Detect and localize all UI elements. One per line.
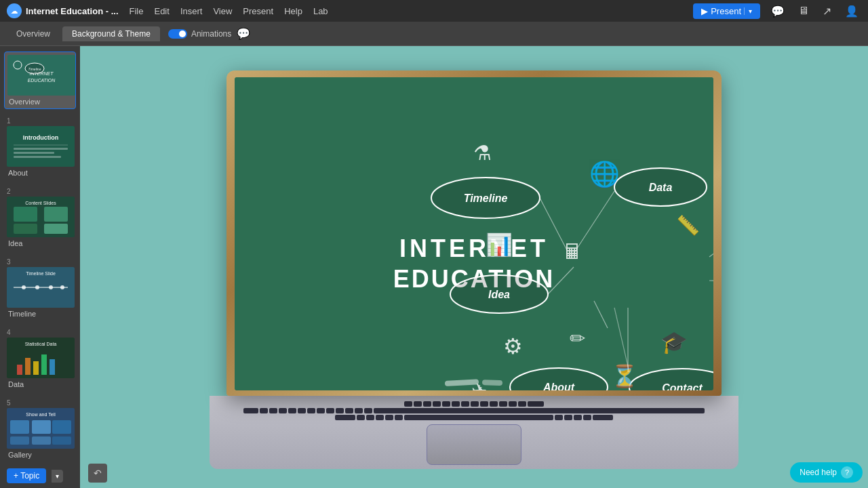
svg-rect-36 [52,420,71,434]
slide-label-idea: Idea [7,239,73,247]
slide-item-overview[interactable]: INTERNET EDUCATION Timeline Overview [4,52,76,109]
screen-button[interactable]: 🖥 [795,3,812,18]
slide-item-data[interactable]: 4 Statistical Data Data [4,326,76,391]
tab-animations[interactable]: Animations [168,29,231,39]
top-bar: ☁ Internet Education - ... File Edit Ins… [0,0,868,22]
svg-text:🎓: 🎓 [660,329,688,355]
svg-rect-91 [482,380,502,386]
svg-text:Content Slides: Content Slides [25,201,56,205]
svg-text:Show and Tell: Show and Tell [26,412,56,417]
svg-rect-11 [14,156,61,158]
svg-point-21 [22,285,26,289]
svg-text:Idea: Idea [488,289,510,300]
menu-edit[interactable]: Edit [154,6,169,16]
slide-item-timeline[interactable]: 3 Timeline Slide Timeline [4,256,76,321]
menu-view[interactable]: View [213,6,232,16]
svg-text:⚗: ⚗ [473,142,492,164]
slide-number-1: 1 [7,117,73,125]
animations-toggle-switch[interactable] [168,29,187,39]
slide-item-about[interactable]: 1 Introduction About [4,115,76,180]
svg-rect-35 [32,420,51,434]
menu-bar: File Edit Insert View Present Help Lab [130,6,683,16]
tab-background-theme[interactable]: Background & Theme [62,26,160,41]
comment-button[interactable]: 💬 [768,3,787,19]
svg-text:About: About [542,382,575,390]
menu-present[interactable]: Present [243,6,273,16]
slide-number-2: 2 [7,188,73,195]
svg-rect-37 [10,436,29,445]
svg-text:Timeline Slide: Timeline Slide [26,271,56,276]
tab-overview[interactable]: Overview [7,26,60,41]
slide-thumb-idea: Content Slides [7,197,75,237]
laptop-screen-outer: INTERNET EDUCATION Timeline Data Gallery [226,70,722,396]
slide-number-5: 5 [7,399,73,407]
keyboard-row-1 [404,401,544,407]
main-content: INTERNET EDUCATION Timeline Data Gallery [80,46,868,488]
need-help-label: Need help [800,468,837,477]
svg-text:🌐: 🌐 [589,159,620,188]
right-controls: ▶ Present ▾ 💬 🖥 ↗ 👤 [693,3,861,19]
svg-text:Timeline: Timeline [28,67,41,71]
svg-text:📊: 📊 [486,232,513,258]
need-help-button[interactable]: Need help ? [790,462,863,483]
bottom-bar: + Topic ▾ [0,464,80,488]
svg-rect-14 [14,207,37,222]
back-arrow-button[interactable]: ↶ [88,464,107,483]
svg-rect-29 [33,361,39,375]
chalkboard: INTERNET EDUCATION Timeline Data Gallery [235,77,713,390]
svg-rect-38 [32,436,51,445]
menu-insert[interactable]: Insert [180,6,203,16]
back-arrow-icon: ↶ [94,468,102,479]
add-topic-label: + Topic [14,471,39,481]
slide-label-overview: Overview [7,98,73,106]
svg-text:EDUCATION: EDUCATION [28,78,56,83]
svg-rect-10 [14,152,54,154]
svg-rect-15 [44,207,68,222]
menu-file[interactable]: File [130,6,144,16]
slide-thumb-data: Statistical Data [7,338,75,378]
add-topic-dropdown[interactable]: ▾ [52,470,63,483]
app-logo: ☁ Internet Education - ... [7,3,119,18]
svg-text:⚙: ⚙ [503,334,523,359]
present-button[interactable]: ▶ Present ▾ [693,3,760,19]
svg-rect-56 [235,77,713,390]
slide-thumb-timeline: Timeline Slide [7,267,75,308]
app-title: Internet Education - ... [26,6,119,16]
svg-rect-39 [52,436,71,445]
slide-label-about: About [7,169,73,177]
slide-thumb-overview: INTERNET EDUCATION Timeline [7,55,75,96]
svg-point-22 [35,285,39,289]
trackpad[interactable] [427,424,521,465]
sidebar: INTERNET EDUCATION Timeline Overview 1 I… [0,46,80,488]
animations-label: Animations [191,29,231,39]
laptop-screen-inner: INTERNET EDUCATION Timeline Data Gallery [235,77,713,390]
add-topic-button[interactable]: + Topic [7,468,46,483]
slide-thumb-about: Introduction [7,126,75,167]
present-label: Present [711,6,741,16]
main-layout: INTERNET EDUCATION Timeline Overview 1 I… [0,46,868,488]
toolbar-comment-icon[interactable]: 💬 [237,27,250,40]
laptop-container: INTERNET EDUCATION Timeline Data Gallery [210,70,738,464]
slide-label-timeline: Timeline [7,310,73,318]
svg-rect-34 [10,420,29,434]
keyboard-area [210,396,738,469]
slide-item-gallery[interactable]: 5 Show and Tell Gallery [4,396,76,462]
toolbar: Overview Background & Theme Animations 💬 [0,22,868,46]
svg-point-23 [49,285,53,289]
svg-text:Introduction: Introduction [23,134,59,141]
svg-point-24 [60,285,64,289]
present-dropdown-arrow[interactable]: ▾ [744,7,752,15]
user-button[interactable]: 👤 [842,3,861,19]
slide-item-idea[interactable]: 2 Content Slides Idea [4,185,76,250]
slide-label-gallery: Gallery [7,451,73,459]
menu-help[interactable]: Help [284,6,302,16]
menu-lab[interactable]: Lab [313,6,328,16]
help-circle-icon: ? [841,466,853,479]
svg-rect-6 [7,126,75,167]
share-button[interactable]: ↗ [820,3,834,19]
svg-text:Contact: Contact [662,382,703,390]
svg-rect-9 [14,148,68,150]
svg-text:⏳: ⏳ [611,363,638,389]
slide-thumb-gallery: Show and Tell [7,408,75,449]
slide-number-3: 3 [7,258,73,266]
